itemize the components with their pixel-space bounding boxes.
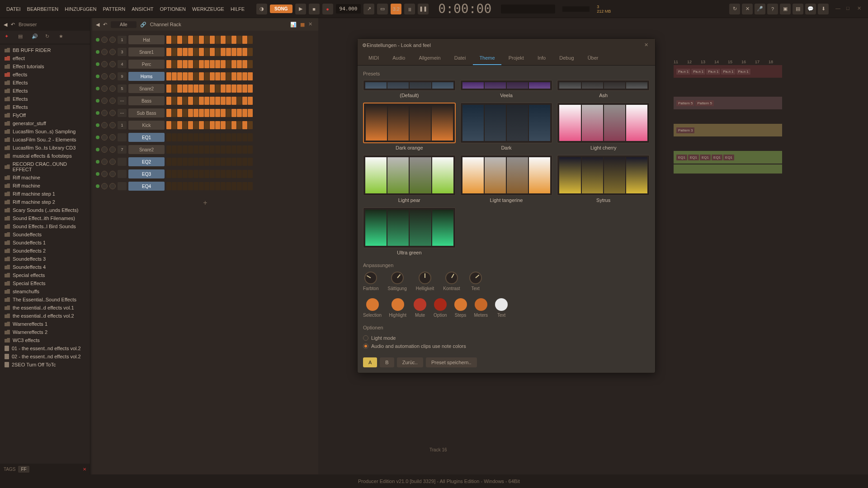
step[interactable]: [188, 133, 193, 141]
step[interactable]: [248, 48, 253, 56]
step[interactable]: [199, 109, 204, 117]
step[interactable]: [204, 121, 209, 129]
step[interactable]: [237, 97, 242, 105]
channel-led[interactable]: [96, 148, 99, 151]
step[interactable]: [188, 145, 193, 154]
step[interactable]: [199, 158, 204, 166]
step[interactable]: [183, 133, 188, 141]
step[interactable]: [215, 121, 220, 129]
step[interactable]: [172, 145, 177, 154]
channel-vol-knob[interactable]: [109, 37, 116, 43]
step[interactable]: [193, 72, 198, 80]
channel-led[interactable]: [96, 50, 99, 54]
step[interactable]: [242, 145, 247, 154]
step[interactable]: [183, 60, 188, 68]
browser-item[interactable]: the essential..d effects vol.2: [0, 312, 90, 320]
step[interactable]: [199, 145, 204, 154]
step[interactable]: [210, 145, 215, 154]
step[interactable]: [177, 133, 182, 141]
step[interactable]: [231, 182, 236, 190]
tools-button[interactable]: ✕: [742, 4, 753, 14]
menu-bearbeiten[interactable]: BEARBEITEN: [24, 5, 61, 14]
browser-item[interactable]: Soundeffects 2: [0, 247, 90, 255]
step[interactable]: [237, 36, 242, 44]
channel-led[interactable]: [96, 184, 99, 188]
back-icon[interactable]: ↶: [11, 22, 15, 28]
step[interactable]: [204, 97, 209, 105]
step-sequencer[interactable]: [166, 72, 315, 80]
step[interactable]: [177, 182, 182, 190]
option-clip-colors[interactable]: Audio and automation clips use note colo…: [363, 342, 650, 350]
channel-name-button[interactable]: Snare1: [128, 47, 165, 56]
step[interactable]: [183, 97, 188, 105]
step[interactable]: [183, 48, 188, 56]
playlist-clip[interactable]: Pattern 5: [676, 100, 694, 106]
channel-vol-knob[interactable]: [109, 171, 116, 177]
step[interactable]: [215, 158, 220, 166]
step[interactable]: [242, 60, 247, 68]
step[interactable]: [226, 48, 231, 56]
step-sequencer[interactable]: [166, 36, 315, 44]
step[interactable]: [199, 72, 204, 80]
step[interactable]: [183, 36, 188, 44]
channel-number[interactable]: ---: [118, 109, 127, 117]
color-swatch[interactable]: [434, 298, 447, 311]
compare-a-button[interactable]: A: [363, 357, 377, 367]
step[interactable]: [248, 182, 253, 190]
step[interactable]: [242, 133, 247, 141]
cr-graph-icon[interactable]: 📊: [290, 22, 297, 28]
play-button[interactable]: ▶: [295, 4, 306, 14]
step[interactable]: [215, 133, 220, 141]
browser-item[interactable]: Soundeffects 1: [0, 239, 90, 247]
tool-2[interactable]: ▭: [377, 4, 388, 14]
channel-name-button[interactable]: Sub Bass: [128, 108, 165, 117]
channel-number[interactable]: 4: [118, 60, 127, 68]
step[interactable]: [226, 97, 231, 105]
channel-pan-knob[interactable]: [101, 146, 108, 153]
channel-vol-knob[interactable]: [109, 73, 116, 80]
browser-item[interactable]: Special Effects: [0, 279, 90, 287]
step[interactable]: [166, 109, 171, 117]
color-swatch[interactable]: [475, 298, 487, 311]
step[interactable]: [166, 133, 171, 141]
step[interactable]: [215, 60, 220, 68]
channel-number[interactable]: [118, 182, 127, 190]
maximize-button[interactable]: □: [846, 5, 854, 13]
tool-1[interactable]: ↗: [363, 4, 374, 14]
step[interactable]: [237, 72, 242, 80]
browser-item[interactable]: Effects: [0, 79, 90, 87]
channel-name-button[interactable]: Snare2: [128, 145, 165, 154]
step[interactable]: [172, 109, 177, 117]
channel-vol-knob[interactable]: [109, 98, 116, 104]
step[interactable]: [177, 158, 182, 166]
preset-dark-orange[interactable]: Dark orange: [363, 103, 456, 150]
step[interactable]: [221, 84, 226, 93]
channel-vol-knob[interactable]: [109, 183, 116, 189]
step[interactable]: [193, 158, 198, 166]
step[interactable]: [183, 145, 188, 154]
step[interactable]: [215, 170, 220, 178]
step[interactable]: [210, 133, 215, 141]
step[interactable]: [183, 170, 188, 178]
step[interactable]: [199, 97, 204, 105]
step[interactable]: [199, 182, 204, 190]
step[interactable]: [242, 97, 247, 105]
step[interactable]: [231, 36, 236, 44]
step[interactable]: [188, 72, 193, 80]
step[interactable]: [242, 170, 247, 178]
step[interactable]: [166, 72, 171, 80]
playlist-track-1[interactable]: Pa.n 1Pa.n 1Pa.n 1Pa.n 1Pa.n 1: [674, 65, 782, 78]
step[interactable]: [215, 72, 220, 80]
step[interactable]: [210, 121, 215, 129]
step[interactable]: [221, 158, 226, 166]
option-light-mode[interactable]: Light mode: [363, 334, 650, 342]
step[interactable]: [248, 121, 253, 129]
channel-name-button[interactable]: Horns: [128, 72, 165, 81]
playlist-clip[interactable]: Pa.n 1: [736, 69, 750, 75]
collapse-icon[interactable]: ◀: [4, 22, 7, 28]
step[interactable]: [237, 109, 242, 117]
browser-item[interactable]: Lucasfilm So..ts Library CD3: [0, 144, 90, 152]
playlist-track-3[interactable]: Pattern 3: [674, 124, 782, 136]
step[interactable]: [199, 36, 204, 44]
channel-vol-knob[interactable]: [109, 122, 116, 128]
